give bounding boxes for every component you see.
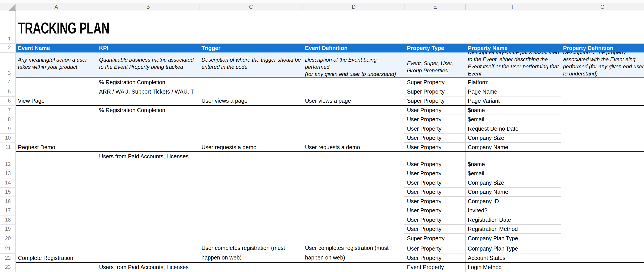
cell-B7[interactable]: % Registration Completion bbox=[99, 106, 165, 115]
row-header-14[interactable]: 14 bbox=[0, 178, 11, 188]
row-header-17[interactable]: 17 bbox=[0, 206, 11, 215]
row-header-20[interactable]: 20 bbox=[0, 234, 11, 243]
description-cell-C[interactable]: Description of where the trigger should … bbox=[202, 56, 302, 71]
cell-F6[interactable]: Page Variant bbox=[468, 96, 500, 106]
column-header-F[interactable]: F bbox=[466, 3, 561, 11]
cell-F10[interactable]: Company Size bbox=[468, 134, 504, 143]
row-header-19[interactable]: 19 bbox=[0, 225, 11, 234]
cell-E21[interactable]: User Property bbox=[407, 243, 442, 254]
header-cell-D[interactable]: Event Definition bbox=[305, 43, 348, 52]
cell-F5[interactable]: Page Name bbox=[468, 87, 497, 96]
cell-F7[interactable]: $name bbox=[468, 106, 485, 115]
row-header-2[interactable]: 2 bbox=[0, 43, 11, 52]
row-header-16[interactable]: 16 bbox=[0, 197, 11, 206]
cell-E10[interactable]: User Property bbox=[407, 134, 442, 143]
cell-F21[interactable]: Company Plan Type bbox=[468, 243, 518, 254]
cell-E12[interactable]: User Property bbox=[407, 152, 442, 169]
cell-E22[interactable]: User Property bbox=[407, 254, 442, 263]
cell-A6[interactable]: View Page bbox=[18, 96, 44, 106]
cell-F4[interactable]: Platform bbox=[468, 78, 488, 87]
cell-F22[interactable]: Account Status bbox=[468, 254, 505, 263]
cell-D6[interactable]: User views a page bbox=[305, 96, 351, 106]
cell-F16[interactable]: Company ID bbox=[468, 197, 499, 206]
cell-B5-kpi-clipped[interactable]: ARR / WAU, Support Tickets / WAU, T bbox=[99, 87, 199, 96]
cell-B4[interactable]: % Registration Completion bbox=[99, 78, 165, 87]
cell-E17[interactable]: User Property bbox=[407, 206, 442, 215]
row-header-15[interactable]: 15 bbox=[0, 188, 11, 197]
header-cell-G[interactable]: Property Definition bbox=[563, 43, 613, 52]
column-header-C[interactable]: C bbox=[199, 3, 303, 11]
column-header-G[interactable]: G bbox=[561, 3, 644, 11]
cell-C11[interactable]: User requests a demo bbox=[202, 143, 256, 152]
cell-E9[interactable]: User Property bbox=[407, 124, 442, 134]
cell-E14[interactable]: User Property bbox=[407, 178, 442, 188]
row-header-10[interactable]: 10 bbox=[0, 134, 11, 143]
cell-F14[interactable]: Company Size bbox=[468, 178, 504, 188]
cell-E4[interactable]: Super Property bbox=[407, 78, 444, 87]
row-header-13[interactable]: 13 bbox=[0, 169, 11, 178]
cell-F20[interactable]: Company Plan Type bbox=[468, 234, 518, 243]
row-header-12[interactable]: 12 bbox=[0, 152, 11, 169]
cell-E5[interactable]: Super Property bbox=[407, 87, 444, 96]
cell-E19[interactable]: User Property bbox=[407, 225, 442, 234]
description-cell-D[interactable]: Description of the Event being performed… bbox=[305, 56, 402, 77]
cell-F18[interactable]: Registration Date bbox=[468, 215, 511, 225]
cell-E18[interactable]: User Property bbox=[407, 215, 442, 225]
cell-F12[interactable]: $name bbox=[468, 152, 485, 169]
row-header-4[interactable]: 4 bbox=[0, 78, 11, 87]
column-header-B[interactable]: B bbox=[97, 3, 199, 11]
cell-F17[interactable]: Invited? bbox=[468, 206, 488, 215]
cell-E6[interactable]: Super Property bbox=[407, 96, 444, 106]
cell-E13[interactable]: User Property bbox=[407, 169, 442, 178]
header-cell-E[interactable]: Property Type bbox=[407, 43, 444, 52]
cell-A11[interactable]: Request Demo bbox=[18, 143, 55, 152]
table-description-row[interactable]: Any meaningful action a user takes withi… bbox=[16, 52, 644, 77]
row-header-6[interactable]: 6 bbox=[0, 96, 11, 106]
header-cell-C[interactable]: Trigger bbox=[202, 43, 220, 52]
cell-F11[interactable]: Company Name bbox=[468, 143, 508, 152]
cell-F15[interactable]: Company Name bbox=[468, 188, 508, 197]
row-header-7[interactable]: 7 bbox=[0, 106, 11, 115]
column-header-D[interactable]: D bbox=[303, 3, 405, 11]
cell-D22-event-definition[interactable]: User completes registration (must happen… bbox=[305, 243, 389, 263]
cell-A22[interactable]: Complete Registration bbox=[18, 254, 73, 263]
row-header-9[interactable]: 9 bbox=[0, 124, 11, 134]
cell-F8[interactable]: $email bbox=[468, 115, 484, 124]
row-header-8[interactable]: 8 bbox=[0, 115, 11, 124]
cell-F13[interactable]: $email bbox=[468, 169, 484, 178]
column-header-E[interactable]: E bbox=[405, 3, 466, 11]
row-header-23[interactable]: 23 bbox=[0, 263, 11, 272]
header-cell-B[interactable]: KPI bbox=[99, 43, 108, 52]
row-header-1[interactable]: 1 bbox=[0, 11, 11, 43]
cell-D11[interactable]: User requests a demo bbox=[305, 143, 360, 152]
cell-E8[interactable]: User Property bbox=[407, 115, 442, 124]
row-header-5[interactable]: 5 bbox=[0, 87, 11, 96]
description-cell-E[interactable]: Event, Super, User, Group Properties bbox=[407, 60, 455, 74]
row-header-21[interactable]: 21 bbox=[0, 243, 11, 254]
cell-F23[interactable]: Login Method bbox=[468, 263, 502, 272]
row-header-18[interactable]: 18 bbox=[0, 215, 11, 225]
cell-C22-trigger[interactable]: User completes registration (must happen… bbox=[202, 243, 285, 263]
description-cell-B[interactable]: Quantifiable business metric associated … bbox=[99, 56, 196, 71]
cell-F19[interactable]: Registration Method bbox=[468, 225, 518, 234]
cell-E11[interactable]: User Property bbox=[407, 143, 442, 152]
cell-C6[interactable]: User views a page bbox=[202, 96, 248, 106]
select-all-corner-icon[interactable] bbox=[8, 3, 16, 11]
row-header-3[interactable]: 3 bbox=[0, 52, 11, 78]
cell-E7[interactable]: User Property bbox=[407, 106, 442, 115]
row-header-22[interactable]: 22 bbox=[0, 254, 11, 263]
cell-E23[interactable]: Event Property bbox=[407, 263, 444, 272]
cell-A1-title[interactable]: TRACKING PLAN bbox=[18, 21, 109, 35]
description-cell-A[interactable]: Any meaningful action a user takes withi… bbox=[18, 56, 92, 71]
cell-B23[interactable]: Users from Paid Accounts, Licenses bbox=[99, 263, 188, 272]
column-header-A[interactable]: A bbox=[16, 3, 97, 11]
description-cell-F[interactable]: Descriptive key-value pairs associated t… bbox=[468, 52, 563, 77]
cell-E15[interactable]: User Property bbox=[407, 188, 442, 197]
cell-B12-kpi[interactable]: Users from Paid Accounts, Licenses bbox=[99, 153, 188, 160]
header-cell-A[interactable]: Event Name bbox=[18, 43, 50, 52]
header-cell-F[interactable]: Property Name bbox=[468, 43, 508, 52]
row-header-11[interactable]: 11 bbox=[0, 143, 11, 152]
cell-E16[interactable]: User Property bbox=[407, 197, 442, 206]
description-cell-G[interactable]: Description of the property associated w… bbox=[563, 52, 644, 77]
cell-F9[interactable]: Request Demo Date bbox=[468, 124, 518, 134]
